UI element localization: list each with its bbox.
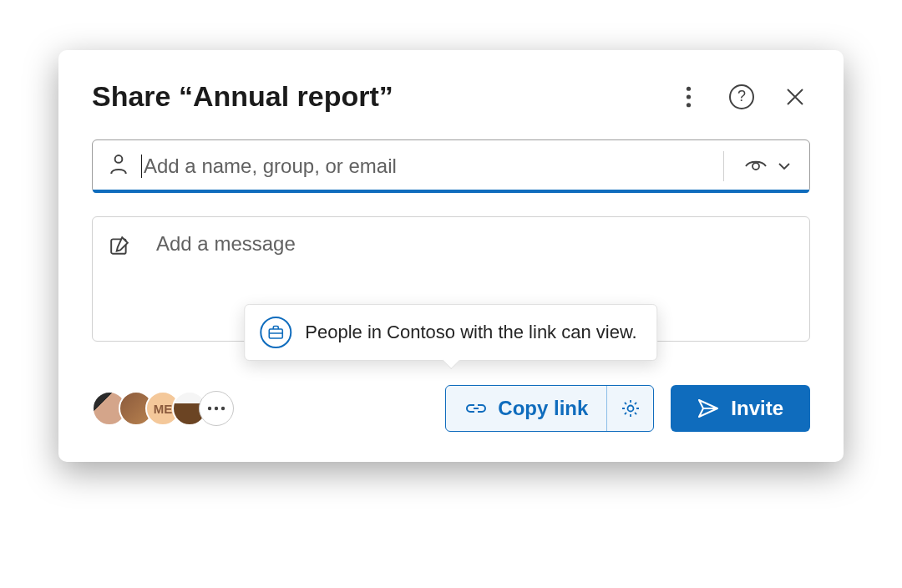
more-options-button[interactable] (673, 82, 703, 112)
briefcase-icon (260, 317, 291, 348)
person-icon (109, 155, 128, 178)
more-vertical-icon (686, 86, 692, 108)
more-horizontal-icon (207, 406, 226, 411)
send-icon (697, 398, 719, 418)
gear-icon (621, 398, 641, 418)
close-button[interactable] (780, 82, 810, 112)
divider (723, 151, 724, 181)
svg-point-8 (215, 407, 218, 410)
compose-icon (109, 236, 129, 259)
text-cursor (141, 155, 142, 178)
svg-point-10 (627, 406, 633, 412)
copy-link-label: Copy link (498, 397, 588, 420)
invite-label: Invite (731, 397, 783, 420)
svg-point-4 (753, 163, 759, 170)
svg-point-9 (221, 407, 225, 410)
recipients-field[interactable] (92, 139, 810, 193)
dialog-header: Share “Annual report” ? (92, 80, 810, 113)
link-permission-tooltip: People in Contoso with the link can view… (244, 304, 657, 361)
chevron-down-icon (778, 162, 791, 170)
message-input[interactable] (156, 232, 793, 279)
recipients-input[interactable] (144, 155, 712, 178)
tooltip-text: People in Contoso with the link can view… (305, 322, 636, 343)
eye-icon (744, 158, 768, 175)
close-icon (786, 88, 804, 106)
svg-point-3 (115, 155, 123, 163)
help-icon: ? (729, 84, 754, 109)
copy-link-button[interactable]: Copy link (446, 386, 606, 431)
dialog-title: Share “Annual report” (92, 80, 393, 113)
link-settings-button[interactable] (606, 386, 653, 431)
shared-with-avatars[interactable]: ME (92, 391, 234, 426)
message-field[interactable]: People in Contoso with the link can view… (92, 216, 810, 342)
more-avatars-button[interactable] (199, 391, 234, 426)
dialog-footer: ME Copy link Invite (92, 385, 810, 432)
header-actions: ? (673, 82, 810, 112)
link-icon (464, 402, 488, 415)
help-button[interactable]: ? (727, 82, 757, 112)
svg-point-2 (686, 103, 690, 107)
svg-point-1 (686, 94, 690, 99)
copy-link-group: Copy link (445, 385, 654, 432)
svg-point-7 (208, 407, 211, 410)
footer-buttons: Copy link Invite (445, 385, 810, 432)
permission-dropdown[interactable] (736, 158, 799, 175)
share-dialog: Share “Annual report” ? (58, 50, 844, 462)
invite-button[interactable]: Invite (671, 385, 810, 432)
svg-point-0 (686, 86, 690, 90)
